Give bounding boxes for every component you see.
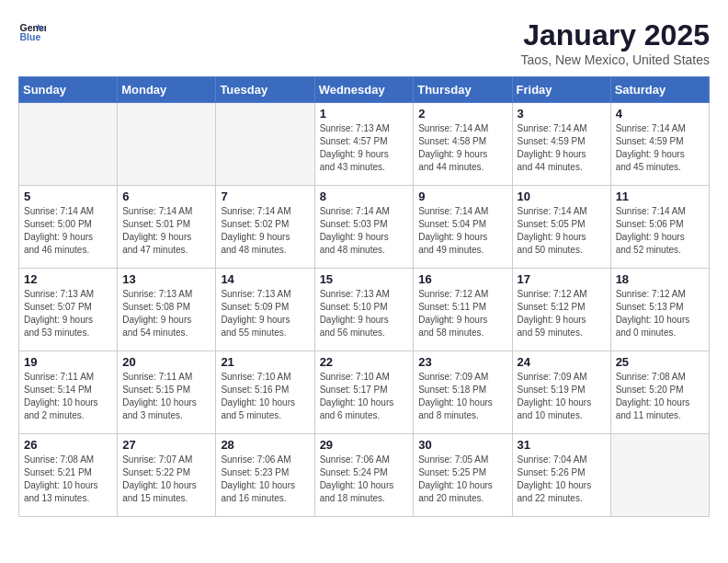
calendar-day-header: Friday <box>512 77 610 103</box>
day-info: Sunrise: 7:06 AM Sunset: 5:24 PM Dayligh… <box>320 454 409 505</box>
day-info: Sunrise: 7:07 AM Sunset: 5:22 PM Dayligh… <box>122 454 210 505</box>
day-info: Sunrise: 7:14 AM Sunset: 5:03 PM Dayligh… <box>320 205 409 257</box>
calendar-day-cell: 31Sunrise: 7:04 AM Sunset: 5:26 PM Dayli… <box>512 434 610 517</box>
calendar-week-row: 19Sunrise: 7:11 AM Sunset: 5:14 PM Dayli… <box>19 351 710 434</box>
calendar-day-cell: 25Sunrise: 7:08 AM Sunset: 5:20 PM Dayli… <box>610 351 709 434</box>
day-info: Sunrise: 7:14 AM Sunset: 5:02 PM Dayligh… <box>221 205 309 257</box>
day-number: 2 <box>418 107 506 121</box>
day-info: Sunrise: 7:14 AM Sunset: 4:59 PM Dayligh… <box>518 122 606 174</box>
calendar-day-cell <box>216 103 314 186</box>
calendar-week-row: 5Sunrise: 7:14 AM Sunset: 5:00 PM Daylig… <box>19 186 710 269</box>
calendar-day-cell: 27Sunrise: 7:07 AM Sunset: 5:22 PM Dayli… <box>118 434 216 517</box>
day-info: Sunrise: 7:13 AM Sunset: 5:10 PM Dayligh… <box>320 288 409 339</box>
calendar-week-row: 1Sunrise: 7:13 AM Sunset: 4:57 PM Daylig… <box>19 103 710 186</box>
day-number: 9 <box>418 190 506 203</box>
day-info: Sunrise: 7:13 AM Sunset: 4:57 PM Dayligh… <box>320 122 409 174</box>
logo: General Blue <box>18 18 46 46</box>
month-title: January 2025 <box>521 18 710 52</box>
calendar-day-cell: 22Sunrise: 7:10 AM Sunset: 5:17 PM Dayli… <box>314 351 414 434</box>
day-number: 26 <box>24 438 112 452</box>
calendar-day-cell <box>610 434 709 517</box>
day-info: Sunrise: 7:13 AM Sunset: 5:07 PM Dayligh… <box>24 288 112 339</box>
calendar-day-header: Thursday <box>414 77 512 103</box>
day-info: Sunrise: 7:08 AM Sunset: 5:20 PM Dayligh… <box>616 371 704 422</box>
day-number: 18 <box>616 272 704 286</box>
calendar-day-cell: 12Sunrise: 7:13 AM Sunset: 5:07 PM Dayli… <box>19 269 118 351</box>
day-info: Sunrise: 7:09 AM Sunset: 5:18 PM Dayligh… <box>418 371 506 422</box>
calendar-day-cell: 20Sunrise: 7:11 AM Sunset: 5:15 PM Dayli… <box>118 351 216 434</box>
day-number: 24 <box>518 355 606 369</box>
calendar-day-cell: 29Sunrise: 7:06 AM Sunset: 5:24 PM Dayli… <box>314 434 414 517</box>
day-number: 8 <box>320 190 409 203</box>
calendar-week-row: 12Sunrise: 7:13 AM Sunset: 5:07 PM Dayli… <box>19 269 710 351</box>
day-number: 3 <box>518 107 606 121</box>
day-number: 30 <box>418 438 506 452</box>
day-info: Sunrise: 7:14 AM Sunset: 5:00 PM Dayligh… <box>24 205 112 257</box>
calendar-header-row: SundayMondayTuesdayWednesdayThursdayFrid… <box>19 77 710 103</box>
day-number: 31 <box>518 438 606 452</box>
day-info: Sunrise: 7:14 AM Sunset: 4:59 PM Dayligh… <box>616 122 704 174</box>
day-number: 16 <box>418 272 506 286</box>
calendar-day-cell: 9Sunrise: 7:14 AM Sunset: 5:04 PM Daylig… <box>414 186 512 269</box>
day-info: Sunrise: 7:11 AM Sunset: 5:14 PM Dayligh… <box>24 371 112 422</box>
day-info: Sunrise: 7:13 AM Sunset: 5:09 PM Dayligh… <box>221 288 309 339</box>
title-block: January 2025 Taos, New Mexico, United St… <box>521 18 710 67</box>
day-info: Sunrise: 7:10 AM Sunset: 5:17 PM Dayligh… <box>320 371 409 422</box>
calendar-day-cell: 30Sunrise: 7:05 AM Sunset: 5:25 PM Dayli… <box>414 434 512 517</box>
calendar-day-cell: 17Sunrise: 7:12 AM Sunset: 5:12 PM Dayli… <box>512 269 610 351</box>
day-info: Sunrise: 7:06 AM Sunset: 5:23 PM Dayligh… <box>221 454 309 505</box>
day-info: Sunrise: 7:05 AM Sunset: 5:25 PM Dayligh… <box>418 454 506 505</box>
calendar-week-row: 26Sunrise: 7:08 AM Sunset: 5:21 PM Dayli… <box>19 434 710 517</box>
calendar-day-header: Saturday <box>610 77 709 103</box>
calendar-day-cell <box>118 103 216 186</box>
day-info: Sunrise: 7:14 AM Sunset: 5:06 PM Dayligh… <box>616 205 704 257</box>
day-number: 17 <box>518 272 606 286</box>
calendar-day-cell: 2Sunrise: 7:14 AM Sunset: 4:58 PM Daylig… <box>414 103 512 186</box>
calendar-day-cell: 19Sunrise: 7:11 AM Sunset: 5:14 PM Dayli… <box>19 351 118 434</box>
day-number: 6 <box>122 190 210 203</box>
day-number: 28 <box>221 438 309 452</box>
calendar-day-header: Tuesday <box>216 77 314 103</box>
day-info: Sunrise: 7:12 AM Sunset: 5:12 PM Dayligh… <box>518 288 606 339</box>
calendar-day-cell: 7Sunrise: 7:14 AM Sunset: 5:02 PM Daylig… <box>216 186 314 269</box>
day-number: 15 <box>320 272 409 286</box>
day-number: 23 <box>418 355 506 369</box>
calendar-day-cell: 10Sunrise: 7:14 AM Sunset: 5:05 PM Dayli… <box>512 186 610 269</box>
calendar-day-cell: 11Sunrise: 7:14 AM Sunset: 5:06 PM Dayli… <box>610 186 709 269</box>
calendar-day-cell: 24Sunrise: 7:09 AM Sunset: 5:19 PM Dayli… <box>512 351 610 434</box>
day-number: 11 <box>616 190 704 203</box>
day-number: 14 <box>221 272 309 286</box>
day-number: 27 <box>122 438 210 452</box>
logo-icon: General Blue <box>18 18 46 46</box>
day-number: 13 <box>122 272 210 286</box>
day-number: 21 <box>221 355 309 369</box>
calendar-day-header: Monday <box>118 77 216 103</box>
calendar-day-cell: 23Sunrise: 7:09 AM Sunset: 5:18 PM Dayli… <box>414 351 512 434</box>
calendar-day-cell: 15Sunrise: 7:13 AM Sunset: 5:10 PM Dayli… <box>314 269 414 351</box>
calendar-day-cell: 21Sunrise: 7:10 AM Sunset: 5:16 PM Dayli… <box>216 351 314 434</box>
calendar-day-cell: 14Sunrise: 7:13 AM Sunset: 5:09 PM Dayli… <box>216 269 314 351</box>
day-info: Sunrise: 7:10 AM Sunset: 5:16 PM Dayligh… <box>221 371 309 422</box>
day-number: 19 <box>24 355 112 369</box>
day-number: 4 <box>616 107 704 121</box>
day-info: Sunrise: 7:11 AM Sunset: 5:15 PM Dayligh… <box>122 371 210 422</box>
calendar-day-cell: 1Sunrise: 7:13 AM Sunset: 4:57 PM Daylig… <box>314 103 414 186</box>
day-info: Sunrise: 7:14 AM Sunset: 5:01 PM Dayligh… <box>122 205 210 257</box>
calendar-day-cell: 16Sunrise: 7:12 AM Sunset: 5:11 PM Dayli… <box>414 269 512 351</box>
page-header: General Blue January 2025 Taos, New Mexi… <box>18 18 710 67</box>
calendar-day-cell: 18Sunrise: 7:12 AM Sunset: 5:13 PM Dayli… <box>610 269 709 351</box>
day-info: Sunrise: 7:14 AM Sunset: 5:04 PM Dayligh… <box>418 205 506 257</box>
day-number: 1 <box>320 107 409 121</box>
calendar-day-header: Sunday <box>19 77 118 103</box>
day-number: 20 <box>122 355 210 369</box>
day-number: 25 <box>616 355 704 369</box>
day-number: 7 <box>221 190 309 203</box>
day-number: 29 <box>320 438 409 452</box>
day-number: 22 <box>320 355 409 369</box>
calendar-day-cell: 13Sunrise: 7:13 AM Sunset: 5:08 PM Dayli… <box>118 269 216 351</box>
day-info: Sunrise: 7:04 AM Sunset: 5:26 PM Dayligh… <box>518 454 606 505</box>
location-subtitle: Taos, New Mexico, United States <box>521 52 710 67</box>
calendar-day-cell: 28Sunrise: 7:06 AM Sunset: 5:23 PM Dayli… <box>216 434 314 517</box>
calendar-day-cell: 8Sunrise: 7:14 AM Sunset: 5:03 PM Daylig… <box>314 186 414 269</box>
calendar-day-cell: 4Sunrise: 7:14 AM Sunset: 4:59 PM Daylig… <box>610 103 709 186</box>
